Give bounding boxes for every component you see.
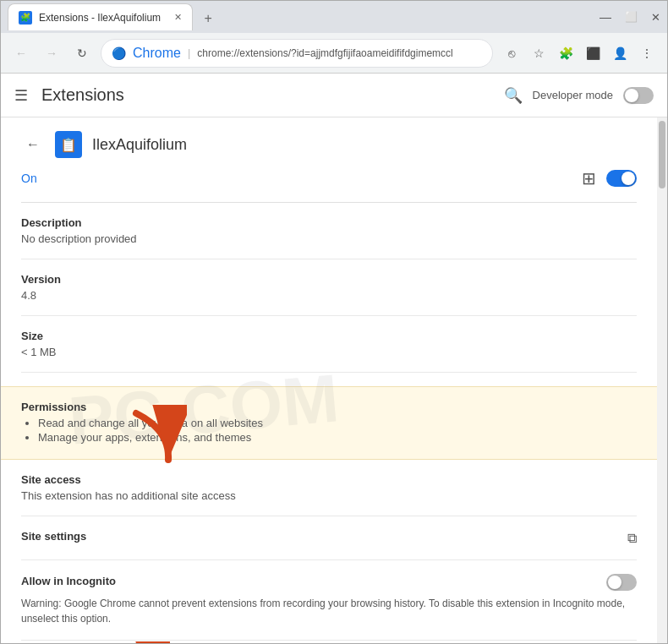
dev-mode-label: Developer mode	[533, 89, 613, 101]
profile-button[interactable]: 👤	[608, 41, 632, 65]
share-button[interactable]: ⎋	[500, 41, 523, 65]
ext-toggle-row: On ⊞	[21, 168, 637, 203]
new-tab-button[interactable]: +	[196, 7, 220, 30]
bookmark-button[interactable]: ☆	[527, 41, 550, 65]
site-access-value: This extension has no additional site ac…	[21, 489, 637, 502]
toolbar-icons: ⎋ ☆ 🧩 ⬛ 👤 ⋮	[500, 41, 659, 65]
ext-back-row: ← 📋 IlexAquifolium	[21, 131, 637, 158]
permission-item-2: Manage your apps, extensions, and themes	[38, 431, 637, 444]
extension-icon: 📋	[55, 131, 82, 158]
active-tab[interactable]: 🧩 Extensions - IlexAquifolium ✕	[8, 3, 193, 30]
browser-window: 🧩 Extensions - IlexAquifolium ✕ + — ⬜ ✕ …	[0, 0, 668, 644]
tab-close-button[interactable]: ✕	[174, 12, 182, 23]
arrow-2	[102, 641, 170, 643]
extension-name: IlexAquifolium	[92, 136, 187, 154]
secure-icon: 🔵	[112, 46, 126, 60]
scrollbar-track	[657, 117, 667, 643]
scrollbar-thumb[interactable]	[659, 121, 665, 188]
incognito-section: Allow in Incognito Warning: Google Chrom…	[21, 574, 637, 641]
site-access-section: Site access This extension has no additi…	[21, 473, 637, 516]
extensions-page: ☰ Extensions 🔍 Developer mode	[1, 74, 667, 643]
incognito-toggle[interactable]	[606, 574, 637, 591]
url-bar[interactable]: 🔵 Chrome | chrome://extensions/?id=ajjmd…	[101, 39, 493, 68]
version-value: 4.8	[21, 289, 637, 302]
url-separator: |	[188, 46, 190, 59]
url-site-label: Chrome	[133, 46, 181, 61]
main-content: ← 📋 IlexAquifolium On ⊞	[1, 117, 657, 643]
description-label: Description	[21, 216, 637, 229]
size-label: Size	[21, 330, 637, 342]
main-scroll-area: ← 📋 IlexAquifolium On ⊞	[1, 117, 667, 643]
back-button[interactable]: ←	[9, 41, 33, 65]
size-value: < 1 MB	[21, 346, 637, 358]
permissions-section: Permissions Read and change all your dat…	[1, 386, 657, 460]
grid-icon[interactable]: ⊞	[582, 168, 596, 188]
external-link-icon[interactable]: ⧉	[627, 531, 637, 546]
back-button[interactable]: ←	[21, 133, 45, 156]
tab-favicon-icon: 🧩	[19, 11, 32, 25]
ext-on-label: On	[21, 172, 37, 185]
incognito-warning: Warning: Google Chrome cannot prevent ex…	[21, 596, 637, 626]
refresh-button[interactable]: ↻	[70, 41, 94, 65]
sidebar-button[interactable]: ⬛	[581, 41, 605, 65]
window-controls: — ⬜ ✕	[600, 10, 660, 24]
incognito-label: Allow in Incognito	[21, 575, 116, 587]
incognito-header: Allow in Incognito	[21, 574, 637, 591]
description-value: No description provided	[21, 232, 637, 245]
url-path-text: chrome://extensions/?id=ajjmdfgfijifaoam…	[197, 47, 452, 59]
extensions-button[interactable]: 🧩	[554, 41, 578, 65]
dev-mode-toggle[interactable]	[623, 87, 654, 104]
extensions-header: ☰ Extensions 🔍 Developer mode	[1, 74, 667, 117]
page-title: Extensions	[41, 85, 504, 105]
restore-button[interactable]: ⬜	[625, 11, 638, 23]
extension-detail-panel: ← 📋 IlexAquifolium On ⊞	[1, 117, 657, 643]
menu-button[interactable]: ⋮	[635, 41, 659, 65]
ext-icon-text: 📋	[60, 137, 77, 153]
close-button[interactable]: ✕	[651, 11, 660, 24]
site-access-label: Site access	[21, 473, 637, 486]
site-settings-section: Site settings ⧉	[21, 530, 637, 560]
ext-toggle-right: ⊞	[582, 168, 637, 188]
page-content: ☰ Extensions 🔍 Developer mode	[1, 74, 667, 643]
version-label: Version	[21, 273, 637, 286]
description-section: Description No description provided	[21, 216, 637, 259]
extension-enable-toggle[interactable]	[606, 170, 637, 187]
toggle-knob	[621, 172, 635, 185]
tab-title: Extensions - IlexAquifolium	[39, 12, 161, 24]
site-settings-label: Site settings	[21, 530, 86, 543]
address-bar: ← → ↻ 🔵 Chrome | chrome://extensions/?id…	[1, 33, 667, 74]
minimize-button[interactable]: —	[600, 10, 611, 24]
permission-item-1: Read and change all your data on all web…	[38, 417, 637, 429]
forward-button[interactable]: →	[40, 41, 63, 65]
toggle-knob	[608, 576, 621, 589]
dev-mode-area: 🔍 Developer mode	[504, 86, 654, 105]
hamburger-menu-icon[interactable]: ☰	[14, 86, 28, 105]
size-section: Size < 1 MB	[21, 330, 637, 373]
toggle-knob	[625, 89, 638, 102]
permissions-label: Permissions	[21, 401, 637, 413]
tabs-bar: 🧩 Extensions - IlexAquifolium ✕ +	[8, 3, 594, 30]
search-icon[interactable]: 🔍	[504, 86, 523, 105]
title-bar: 🧩 Extensions - IlexAquifolium ✕ + — ⬜ ✕	[1, 1, 667, 33]
permissions-list: Read and change all your data on all web…	[21, 417, 637, 444]
version-section: Version 4.8	[21, 273, 637, 316]
